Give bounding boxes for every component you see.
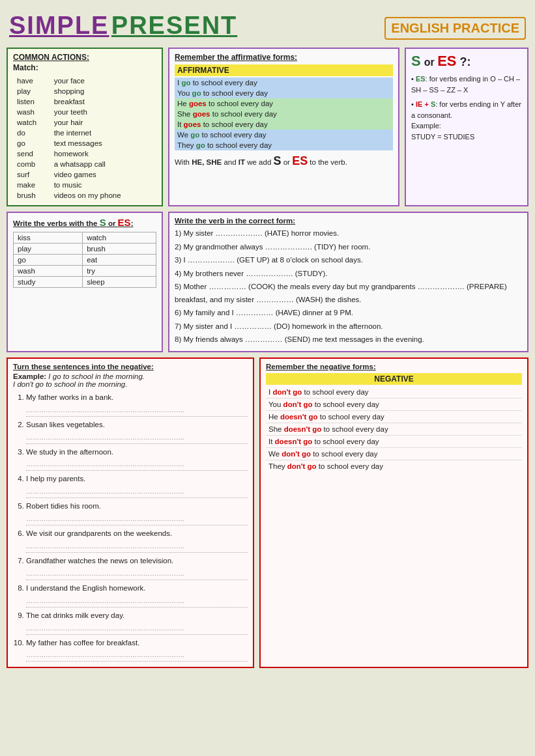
neg-form-they: They don't go to school every day xyxy=(266,460,522,472)
row1: COMMON ACTIONS: Match: haveyour face pla… xyxy=(7,48,528,206)
table-row: gotext messages xyxy=(14,139,155,148)
common-actions-box: COMMON ACTIONS: Match: haveyour face pla… xyxy=(7,48,163,206)
table-row: listenbreakfast xyxy=(14,97,155,106)
match-label: Match: xyxy=(13,63,156,72)
table-row: washyour teeth xyxy=(14,107,155,117)
actions-table: haveyour face playshopping listenbreakfa… xyxy=(13,75,156,201)
list-item: 6) My family and I …………… (HAVE) dinner a… xyxy=(175,307,522,320)
table-row: kisswatch xyxy=(14,232,156,244)
table-row: dothe internet xyxy=(14,128,155,137)
list-item: 1) My sister ………………. (HATE) horror movie… xyxy=(175,227,522,240)
table-row: brushvideos on my phone xyxy=(14,191,155,200)
sores-box: S or ES ?: • ES: for verbs ending in O –… xyxy=(405,48,528,206)
list-item: 7) My sister and I …………… (DO) homework i… xyxy=(175,320,522,333)
write-verbs-heading: Write the verbs with the S or ES: xyxy=(13,217,156,228)
question-mark: ?: xyxy=(460,55,471,68)
example-neg: I don't go to school in the morning. xyxy=(13,380,127,388)
list-item: We visit our grandparents on the weekend… xyxy=(26,527,248,553)
row2: Write the verbs with the S or ES: kisswa… xyxy=(7,212,528,352)
example-pos: I go to school in the morning. xyxy=(48,372,145,380)
list-item: 5) Mother …………… (COOK) the meals every d… xyxy=(175,281,522,306)
write-verbs-box: Write the verbs with the S or ES: kisswa… xyxy=(7,212,163,352)
negative-example: Example: I go to school in the morning. … xyxy=(13,372,248,388)
table-row: comba whatsapp call xyxy=(14,160,155,169)
aff-row-he: He goes to school every day xyxy=(175,98,393,109)
list-item: Susan likes vegetables.……………………………………………… xyxy=(26,418,248,444)
affirmative-heading: Remember the affirmative forms: xyxy=(175,53,393,62)
list-item: Grandfather watches the news on televisi… xyxy=(26,554,248,580)
title: SIMPLE PRESENT xyxy=(9,12,237,40)
aff-row-i: I go to school every day xyxy=(175,77,393,88)
common-actions-heading: COMMON ACTIONS: xyxy=(13,53,156,62)
or-word: or xyxy=(424,57,437,68)
sores-bullet-2: • IE + S: for verbs ending in Y after a … xyxy=(411,99,522,142)
aff-row-she: She goes to school every day xyxy=(175,109,393,119)
list-item: We study in the afternoon.……………………………………… xyxy=(26,445,248,471)
list-item: I understand the English homework.………………… xyxy=(26,581,248,608)
table-row: goeat xyxy=(14,255,156,266)
neg-form-we: We don't go to school every day xyxy=(266,448,522,460)
list-item: 2) My grandmother always ………………. (TIDY) … xyxy=(175,241,522,254)
table-row: haveyour face xyxy=(14,76,155,85)
table-row: studysleep xyxy=(14,277,156,288)
aff-row-you: You go to school every day xyxy=(175,88,393,98)
affirmative-label: AFFIRMATIVE xyxy=(175,64,393,76)
aff-row-it: It goes to school every day xyxy=(175,119,393,130)
table-row: watchyour hair xyxy=(14,118,155,127)
correct-form-list: 1) My sister ………………. (HATE) horror movie… xyxy=(175,227,522,346)
list-item: My father works in a bank.……………………………………… xyxy=(26,391,248,417)
table-row: washtry xyxy=(14,266,156,277)
neg-form-you: You don't go to school every day xyxy=(266,399,522,411)
s-letter: S xyxy=(411,53,421,69)
list-item: 3) I ………………. (GET UP) at 8 o'clock on sc… xyxy=(175,254,522,267)
table-row: playbrush xyxy=(14,244,156,255)
list-item: My father has coffee for breakfast.……………… xyxy=(26,636,248,662)
table-row: maketo music xyxy=(14,180,155,189)
verbs-table: kisswatch playbrush goeat washtry studys… xyxy=(13,232,156,288)
row3: Turn these sentences into the negative: … xyxy=(7,357,528,668)
affirmative-box: Remember the affirmative forms: AFFIRMAT… xyxy=(168,48,399,206)
negative-sent-heading: Turn these sentences into the negative: xyxy=(13,363,248,371)
list-item: The cat drinks milk every day.…………………………… xyxy=(26,609,248,635)
page: SIMPLE PRESENT ENGLISH PRACTICE COMMON A… xyxy=(7,7,528,668)
english-practice-badge: ENGLISH PRACTICE xyxy=(384,17,526,40)
sores-title: S or ES ?: xyxy=(411,53,522,70)
affirmative-note: With HE, SHE and IT we add S or ES to th… xyxy=(175,154,393,168)
list-item: 4) My brothers never ………………. (STUDY). xyxy=(175,268,522,281)
title-present: PRESENT xyxy=(111,12,237,39)
sores-bullet-1: • ES: for verbs ending in O – CH – SH – … xyxy=(411,74,522,95)
neg-forms-heading: Remember the negative forms: xyxy=(266,363,522,371)
neg-form-i: I don't go to school every day xyxy=(266,386,522,399)
header: SIMPLE PRESENT ENGLISH PRACTICE xyxy=(7,7,528,42)
neg-forms-label: NEGATIVE xyxy=(266,373,522,385)
neg-form-it: It doesn't go to school every day xyxy=(266,436,522,448)
correct-form-heading: Write the verb in the correct form: xyxy=(175,217,522,225)
title-simple: SIMPLE xyxy=(9,12,109,39)
neg-form-he: He doesn't go to school every day xyxy=(266,411,522,423)
list-item: 8) My friends always …………… (SEND) me tex… xyxy=(175,333,522,346)
aff-row-we: We go to school every day xyxy=(175,130,393,140)
aff-row-they: They go to school every day xyxy=(175,140,393,150)
neg-form-she: She doesn't go to school every day xyxy=(266,423,522,436)
negative-sentences-box: Turn these sentences into the negative: … xyxy=(7,357,254,668)
example-label: Example: xyxy=(13,372,46,380)
correct-form-box: Write the verb in the correct form: 1) M… xyxy=(168,212,528,352)
list-item: I help my parents.…………………………………………………………… xyxy=(26,472,248,498)
table-row: playshopping xyxy=(14,87,155,96)
table-row: surfvideo games xyxy=(14,170,155,179)
es-letters: ES xyxy=(437,53,456,69)
table-row: sendhomework xyxy=(14,149,155,158)
negative-list: My father works in a bank.……………………………………… xyxy=(13,391,248,662)
list-item: Robert tidies his room.……………………………………………… xyxy=(26,499,248,525)
negative-forms-box: Remember the negative forms: NEGATIVE I … xyxy=(259,357,528,668)
